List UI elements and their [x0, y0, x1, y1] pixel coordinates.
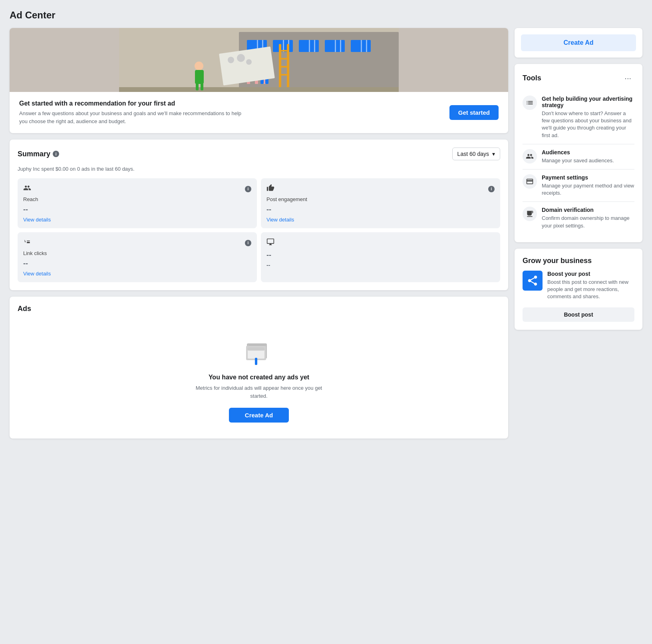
right-column: Create Ad Tools ··· Get help building yo… — [515, 28, 642, 330]
svg-rect-14 — [340, 40, 341, 52]
metrics-grid: i Reach -- View details i Post engagemen… — [18, 178, 500, 282]
svg-rect-23 — [279, 58, 289, 60]
post-engagement-label: Post engagement — [266, 196, 495, 202]
svg-rect-24 — [279, 66, 289, 68]
svg-point-36 — [195, 62, 203, 70]
svg-rect-11 — [309, 40, 310, 52]
main-layout: Get started with a recommendation for yo… — [10, 28, 642, 439]
fourth-metric-bottom: -- — [266, 262, 270, 268]
link-clicks-icon — [23, 238, 31, 248]
hero-card: Get started with a recommendation for yo… — [10, 28, 508, 133]
tool-strategy-description: Don't know where to start? Answer a few … — [542, 110, 634, 139]
tool-audiences-description: Manage your saved audiences. — [542, 157, 614, 164]
tool-payment-icon — [523, 174, 537, 189]
tools-more-button[interactable]: ··· — [621, 72, 634, 84]
reach-icon-row: i — [23, 184, 251, 194]
svg-rect-38 — [196, 83, 199, 90]
svg-rect-12 — [314, 40, 315, 52]
post-engagement-info-icon[interactable]: i — [488, 186, 495, 192]
post-engagement-view-details[interactable]: View details — [266, 217, 294, 223]
post-engagement-value: -- — [266, 205, 495, 214]
tool-item-payment[interactable]: Payment settings Manage your payment met… — [523, 169, 634, 202]
tool-payment-title: Payment settings — [542, 174, 634, 181]
svg-rect-15 — [361, 40, 362, 52]
link-clicks-view-details[interactable]: View details — [23, 271, 51, 277]
svg-rect-39 — [201, 83, 203, 90]
boost-post-title: Boost your post — [547, 271, 634, 277]
link-clicks-value: -- — [23, 259, 251, 268]
chevron-down-icon — [492, 151, 495, 157]
get-started-button[interactable]: Get started — [449, 105, 499, 120]
tool-audiences-text: Audiences Manage your saved audiences. — [542, 149, 614, 164]
link-clicks-info-icon[interactable]: i — [245, 240, 251, 246]
tool-domain-text: Domain verification Confirm domain owner… — [542, 207, 634, 229]
svg-rect-45 — [248, 347, 264, 351]
boost-post-item: Boost your post Boost this post to conne… — [523, 271, 634, 301]
tool-strategy-title: Get help building your advertising strat… — [542, 96, 634, 108]
grow-title: Grow your business — [523, 257, 634, 265]
reach-info-icon[interactable]: i — [245, 186, 251, 192]
link-clicks-metric: i Link clicks -- View details — [18, 232, 257, 282]
post-engagement-icon — [266, 184, 274, 194]
tool-item-domain[interactable]: Domain verification Confirm domain owner… — [523, 202, 634, 234]
reach-metric: i Reach -- View details — [18, 178, 257, 228]
reach-icon — [23, 184, 31, 194]
summary-title-text: Summary — [18, 150, 50, 158]
summary-info-icon[interactable]: i — [53, 151, 59, 157]
tool-domain-icon — [523, 207, 537, 221]
hero-heading: Get started with a recommendation for yo… — [19, 100, 251, 107]
svg-point-33 — [237, 54, 245, 62]
svg-rect-25 — [279, 74, 289, 76]
tool-strategy-icon — [523, 96, 537, 110]
svg-rect-16 — [366, 40, 367, 52]
post-engagement-icon-row: i — [266, 184, 495, 194]
svg-rect-35 — [119, 87, 399, 92]
tool-strategy-text: Get help building your advertising strat… — [542, 96, 634, 139]
grow-card: Grow your business Boost your post Boost… — [515, 249, 642, 330]
period-dropdown[interactable]: Last 60 days — [452, 148, 500, 160]
boost-post-description: Boost this post to connect with new peop… — [547, 279, 634, 301]
create-ad-button-right[interactable]: Create Ad — [521, 34, 636, 51]
ads-empty-description: Metrics for individual ads will appear h… — [195, 384, 323, 400]
tool-domain-description: Confirm domain ownership to manage your … — [542, 215, 634, 229]
hero-description: Answer a few questions about your busine… — [19, 110, 251, 125]
link-clicks-icon-row: i — [23, 238, 251, 248]
tool-domain-title: Domain verification — [542, 207, 634, 213]
summary-title: Summary i — [18, 150, 59, 158]
summary-card: Summary i Last 60 days Juphy Inc spent $… — [10, 140, 508, 290]
tool-payment-text: Payment settings Manage your payment met… — [542, 174, 634, 197]
svg-rect-37 — [195, 70, 204, 84]
left-column: Get started with a recommendation for yo… — [10, 28, 508, 439]
hero-content: Get started with a recommendation for yo… — [10, 92, 508, 133]
tool-item-strategy[interactable]: Get help building your advertising strat… — [523, 91, 634, 144]
tool-item-audiences[interactable]: Audiences Manage your saved audiences. — [523, 144, 634, 169]
create-ad-button-main[interactable]: Create Ad — [229, 408, 289, 423]
svg-point-34 — [246, 59, 252, 65]
tools-header: Tools ··· — [523, 72, 634, 84]
reach-value: -- — [23, 205, 251, 214]
tool-audiences-icon — [523, 149, 537, 163]
hero-illustration-svg — [10, 28, 508, 92]
boost-post-button[interactable]: Boost post — [523, 307, 634, 322]
tool-audiences-title: Audiences — [542, 149, 614, 156]
ads-empty-heading: You have not created any ads yet — [209, 374, 309, 381]
reach-view-details[interactable]: View details — [23, 217, 51, 223]
ads-card: Ads You have not created any ads yet Met… — [10, 297, 508, 439]
fourth-metric-value: -- — [266, 251, 495, 259]
post-engagement-metric: i Post engagement -- View details — [261, 178, 500, 228]
reach-label: Reach — [23, 196, 251, 202]
svg-rect-46 — [255, 358, 257, 365]
ads-section-title: Ads — [18, 305, 500, 313]
ads-empty-state: You have not created any ads yet Metrics… — [18, 319, 500, 431]
fourth-metric: -- -- — [261, 232, 500, 282]
summary-spent-text: Juphy Inc spent $0.00 on 0 ads in the la… — [18, 166, 500, 172]
create-ad-card: Create Ad — [515, 28, 642, 58]
hero-text: Get started with a recommendation for yo… — [19, 100, 251, 125]
ads-empty-icon — [243, 335, 275, 367]
boost-post-thumbnail — [523, 271, 543, 291]
hero-illustration — [10, 28, 508, 92]
tools-title: Tools — [523, 74, 541, 82]
tools-card: Tools ··· Get help building your adverti… — [515, 64, 642, 242]
svg-rect-22 — [279, 50, 289, 52]
boost-post-text: Boost your post Boost this post to conne… — [547, 271, 634, 301]
